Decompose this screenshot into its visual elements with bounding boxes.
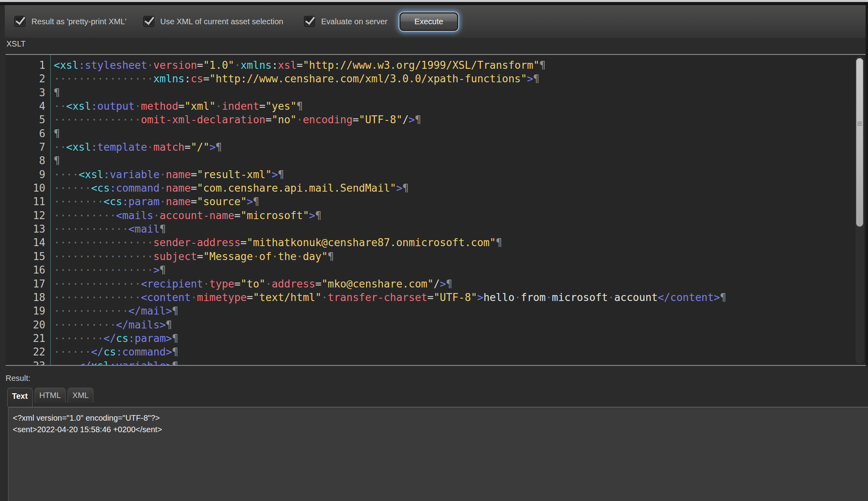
code-token: =: [197, 250, 203, 262]
code-line[interactable]: 21········</cs:param>¶: [6, 332, 854, 345]
code-line[interactable]: 9····<xsl:variable·name="result-xml">¶: [6, 168, 854, 181]
code-token: ··············: [54, 278, 141, 290]
code-token: >: [309, 210, 315, 221]
output-line: <sent>2022-04-20 15:58:46 +0200</sent>: [13, 424, 868, 435]
code-token: </: [103, 332, 116, 344]
code-line[interactable]: 1<xsl:stylesheet·version="1.0"·xmlns:xsl…: [6, 58, 854, 72]
code-token: =: [191, 169, 197, 181]
checkbox[interactable]: [143, 16, 154, 27]
tab-xml[interactable]: XML: [68, 388, 93, 403]
checkbox-label: Evaluate on server: [321, 17, 387, 26]
pilcrow-mark: ¶: [328, 250, 334, 262]
code-line[interactable]: 20··········</mails>¶: [6, 318, 854, 332]
code-token: ········: [54, 332, 103, 344]
code-token: ·: [216, 100, 222, 112]
checkbox[interactable]: [14, 16, 25, 27]
line-number: 23: [6, 359, 45, 366]
code-token: encoding: [303, 114, 352, 126]
code-line[interactable]: 2················xmlns:cs="http://www.ce…: [6, 72, 854, 85]
pilcrow-mark: ¶: [216, 141, 222, 153]
tab-html[interactable]: HTML: [35, 388, 66, 403]
scrollbar-thumb[interactable]: [856, 58, 863, 227]
code-token: transfer-charset: [328, 291, 427, 303]
code-token: method: [141, 100, 178, 112]
code-line[interactable]: 14················sender-address="mithat…: [6, 236, 854, 249]
code-token: "text/html": [253, 291, 321, 303]
code-token: :: [185, 73, 191, 85]
code-token: "http://www.censhare.com/xml/3.0.0/xpath…: [209, 73, 527, 85]
code-token: ·: [546, 291, 552, 303]
tab-text[interactable]: Text: [7, 388, 33, 407]
code-line[interactable]: 7··<xsl:template·match="/">¶: [6, 140, 854, 154]
code-token: ·: [160, 169, 166, 181]
code-token: =: [297, 59, 303, 71]
code-token: /: [434, 278, 440, 290]
code-line[interactable]: 8¶: [6, 154, 854, 167]
code-token: hello: [483, 291, 514, 303]
pilcrow-mark: ¶: [172, 305, 178, 317]
code-line[interactable]: 17··············<recipient·type="to"·add…: [6, 277, 854, 291]
execute-button[interactable]: Execute: [399, 12, 458, 31]
code-line[interactable]: 15················subject="Message·of·th…: [6, 250, 854, 263]
code-token: match: [153, 141, 184, 153]
code-token: <cs: [91, 182, 110, 194]
scrollbar-grip-icon: [857, 122, 862, 122]
line-number: 1: [6, 58, 45, 72]
code-token: "1.0": [203, 59, 234, 71]
code-line[interactable]: 16················>¶: [6, 263, 854, 277]
code-line[interactable]: 19············</mail>¶: [6, 304, 854, 318]
checkbox-label: Use XML of current asset selection: [160, 17, 283, 26]
result-tab-bar: TextHTMLXML: [7, 388, 93, 407]
code-token: "result-xml": [197, 169, 272, 181]
code-token: ················: [54, 73, 153, 85]
line-number: 10: [6, 181, 45, 195]
code-line[interactable]: 4··<xsl:output·method="xml"·indent="yes"…: [6, 99, 854, 113]
code-area[interactable]: 1<xsl:stylesheet·version="1.0"·xmlns:xsl…: [6, 58, 854, 366]
result-output[interactable]: <?xml version="1.0" encoding="UTF-8"?><s…: [9, 408, 868, 435]
checkbox-label: Result as 'pretty-print XML': [31, 17, 127, 26]
code-token: <xsl: [66, 141, 91, 153]
code-line[interactable]: 10······<cs:command·name="com.censhare.a…: [6, 181, 854, 195]
xslt-editor[interactable]: 1<xsl:stylesheet·version="1.0"·xmlns:xsl…: [6, 54, 866, 366]
code-token: =: [241, 237, 247, 249]
code-line[interactable]: 13············<mail¶: [6, 222, 854, 236]
code-token: microsoft: [552, 291, 608, 303]
code-token: <mails: [116, 210, 154, 221]
line-number: 22: [6, 345, 45, 359]
code-token: ·: [191, 291, 197, 303]
code-line[interactable]: 12··········<mails·account-name="microso…: [6, 209, 854, 222]
checkmark-icon: [144, 14, 154, 25]
code-token: ··············: [54, 114, 141, 126]
code-token: day": [303, 250, 328, 262]
code-token: =: [178, 100, 185, 112]
checkbox-group: Evaluate on server: [304, 16, 387, 27]
code-token: :stylesheet: [79, 59, 147, 71]
code-token: ············: [54, 223, 128, 235]
code-token: >: [440, 278, 446, 290]
code-token: </content>: [658, 291, 720, 303]
code-token: ··········: [54, 319, 116, 331]
code-token: =: [203, 73, 210, 85]
checkbox-group: Use XML of current asset selection: [143, 16, 283, 27]
code-token: =: [234, 210, 241, 221]
code-token: from: [521, 291, 546, 303]
code-line[interactable]: 6¶: [6, 127, 854, 140]
code-line[interactable]: 18··············<content·mimetype="text/…: [6, 291, 854, 304]
code-line[interactable]: 22······</cs:command>¶: [6, 345, 854, 359]
editor-vertical-scrollbar[interactable]: [855, 55, 864, 365]
code-token: ·: [297, 114, 303, 126]
code-token: =: [259, 100, 266, 112]
code-line[interactable]: 11········<cs:param·name="source">¶: [6, 195, 854, 208]
checkbox[interactable]: [304, 16, 315, 27]
code-token: "source": [197, 196, 247, 208]
code-line[interactable]: 5··············omit-xml-declaration="no"…: [6, 113, 854, 126]
code-token: name: [166, 182, 191, 194]
code-line[interactable]: 23····</xsl:variable>¶: [6, 359, 854, 366]
code-token: "http://www.w3.org/1999/XSL/Transform": [303, 59, 539, 71]
code-line[interactable]: 3¶: [6, 86, 854, 99]
toolbar: Result as 'pretty-print XML'Use XML of c…: [5, 5, 866, 38]
code-token: ·: [297, 250, 303, 262]
code-token: xmlns: [241, 59, 272, 71]
code-token: "Message: [203, 250, 253, 262]
code-token: =: [247, 291, 253, 303]
